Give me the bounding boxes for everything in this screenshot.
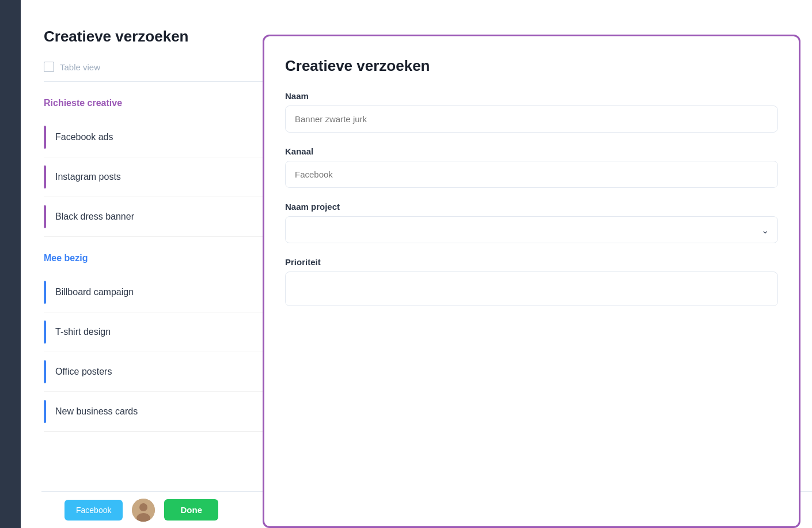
item-border (44, 205, 46, 228)
table-view-label: Table view (60, 62, 100, 72)
form-group-prioriteit: Prioriteit (285, 257, 778, 308)
svg-point-1 (139, 503, 147, 511)
select-naam-project[interactable] (285, 216, 778, 243)
modal-title: Creatieve verzoeken (285, 57, 778, 75)
avatar (132, 499, 155, 522)
item-border (44, 360, 46, 383)
table-view-icon (44, 62, 54, 72)
form-group-naam-project: Naam project ⌄ (285, 202, 778, 243)
main-content: Creatieve verzoeken Table view Richieste… (21, 0, 812, 528)
done-button[interactable]: Done (164, 499, 218, 521)
textarea-prioriteit[interactable] (285, 271, 778, 306)
bottom-facebook-tag[interactable]: Facebook (64, 500, 123, 521)
form-group-naam: Naam (285, 91, 778, 133)
item-border (44, 320, 46, 344)
modal-dialog: Creatieve verzoeken Naam Kanaal Naam pro… (263, 35, 800, 528)
form-group-kanaal: Kanaal (285, 146, 778, 188)
item-border (44, 400, 46, 423)
input-naam[interactable] (285, 105, 778, 133)
label-kanaal: Kanaal (285, 146, 778, 156)
select-wrapper: ⌄ (285, 216, 778, 243)
label-naam-project: Naam project (285, 202, 778, 212)
label-naam: Naam (285, 91, 778, 101)
item-border (44, 281, 46, 304)
item-border (44, 165, 46, 188)
item-border (44, 126, 46, 149)
input-kanaal[interactable] (285, 161, 778, 188)
label-prioriteit: Prioriteit (285, 257, 778, 267)
left-sidebar (0, 0, 21, 528)
